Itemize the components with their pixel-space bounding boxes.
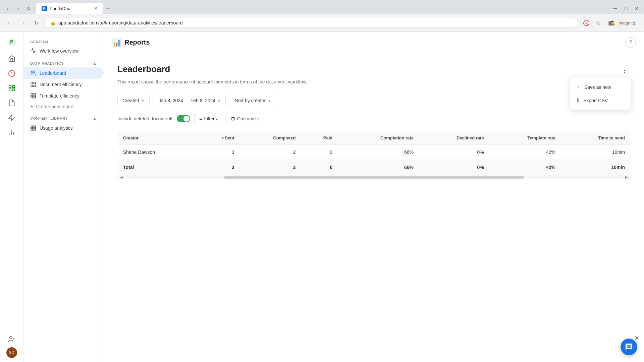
- save-as-new-icon: ＋: [576, 83, 581, 90]
- leaderboard-icon: [30, 70, 36, 76]
- general-section-title: GENERAL: [23, 37, 104, 45]
- toggle-track: [177, 115, 190, 122]
- cell-total-declined-rate: 0%: [419, 160, 489, 175]
- user-avatar[interactable]: SD: [6, 347, 17, 358]
- workflow-icon: [30, 48, 36, 54]
- scroll-thumb[interactable]: [224, 176, 524, 179]
- customize-label: Customize: [237, 116, 259, 121]
- create-new-report-btn[interactable]: + Create new report: [23, 102, 104, 112]
- cell-total-time-to-send: 10min: [561, 160, 631, 175]
- app-container: P SD GENERAL Workflow overvi: [0, 32, 644, 362]
- rail-automations-icon[interactable]: [5, 111, 18, 124]
- svg-rect-26: [31, 129, 33, 130]
- sort-chevron-icon: ▼: [268, 99, 271, 103]
- tab-close-btn[interactable]: ✕: [94, 6, 98, 11]
- dropdown-menu: ＋ Save as new ⬇ Export CSV: [570, 77, 631, 110]
- table-header-row: Creator ▾ Sent Completed Paid: [118, 131, 631, 145]
- svg-rect-21: [34, 97, 36, 98]
- extensions-btn[interactable]: ⋮: [629, 17, 640, 28]
- page-description: This report shows the performance of acc…: [117, 78, 319, 85]
- col-creator: Creator: [118, 131, 197, 145]
- deleted-docs-toggle-label: Include deleted documents: [117, 115, 190, 122]
- page-title: Leaderboard: [117, 64, 631, 74]
- logo-icon: P: [7, 37, 16, 47]
- save-as-new-label: Save as new: [584, 84, 611, 90]
- rail-add-member-icon[interactable]: [5, 333, 18, 346]
- date-chevron-icon: ▼: [217, 99, 221, 103]
- svg-rect-23: [31, 126, 33, 127]
- sidebar-item-usage-analytics[interactable]: Usage analytics: [23, 122, 104, 134]
- star-icon[interactable]: ☆: [593, 17, 604, 28]
- table-row: Shane Dawson 3 2 0 66% 0% 42% 10min: [118, 145, 631, 160]
- content-library-title: CONTENT LIBRARY: [30, 116, 68, 120]
- col-paid: Paid: [301, 131, 338, 145]
- rail-home-icon[interactable]: [5, 52, 18, 65]
- save-as-new-item[interactable]: ＋ Save as new: [570, 80, 631, 94]
- scroll-right-arrow[interactable]: ▶: [624, 175, 629, 179]
- tab-label: PandaDoc: [50, 6, 70, 11]
- chat-close-btn[interactable]: ✕: [634, 335, 639, 342]
- svg-rect-17: [34, 85, 36, 87]
- customize-btn[interactable]: ⊞ Customize: [226, 113, 264, 124]
- export-csv-item[interactable]: ⬇ Export CSV: [570, 94, 631, 107]
- sort-by-creator-btn[interactable]: Sort by creator ▼: [230, 95, 276, 106]
- address-bar[interactable]: 🔒 app.pandadoc.com/a/#/reporting/data-an…: [44, 18, 578, 28]
- rail-notifications-icon[interactable]: [5, 67, 18, 80]
- plus-icon: +: [30, 104, 33, 110]
- filters-btn[interactable]: ≡ Filters: [194, 113, 222, 124]
- left-rail: P SD: [0, 32, 23, 362]
- more-options-btn[interactable]: ⋮: [619, 64, 631, 76]
- data-analytics-section-header: DATA ANALYTICS ▲: [23, 57, 104, 67]
- minimize-btn[interactable]: ─: [610, 4, 620, 13]
- active-tab[interactable]: P PandaDoc ✕: [36, 3, 103, 14]
- cell-creator: Shane Dawson: [118, 145, 197, 160]
- col-declined-rate: Declined rate: [419, 131, 489, 145]
- reload-btn[interactable]: ↻: [24, 4, 34, 13]
- incognito-btn[interactable]: 🕵 Incognito: [617, 17, 628, 28]
- cell-time-to-send: 10min: [561, 145, 631, 160]
- svg-point-14: [32, 71, 34, 73]
- cell-total-label: Total: [118, 160, 197, 175]
- cell-total-completed: 2: [239, 160, 301, 175]
- col-completed: Completed: [239, 131, 301, 145]
- sidebar-item-template-efficiency[interactable]: Template efficiency: [23, 90, 104, 102]
- sidebar: GENERAL Workflow overview DATA ANALYTICS…: [23, 32, 104, 362]
- nav-reload-btn[interactable]: ↻: [31, 17, 42, 28]
- svg-rect-6: [9, 89, 11, 91]
- sidebar-item-workflow-overview[interactable]: Workflow overview: [23, 45, 104, 57]
- rail-documents-icon[interactable]: [5, 96, 18, 110]
- data-analytics-title: DATA ANALYTICS: [30, 61, 64, 65]
- cell-completed: 2: [239, 145, 301, 160]
- cell-total-paid: 0: [301, 160, 338, 175]
- forward-btn[interactable]: ›: [13, 4, 23, 13]
- library-collapse-btn[interactable]: ▲: [92, 116, 97, 121]
- filter-created-btn[interactable]: Created ▼: [117, 95, 150, 106]
- date-range-btn[interactable]: Jan 8, 2024 — Feb 8, 2024 ▼: [154, 95, 226, 106]
- maximize-btn[interactable]: □: [621, 4, 631, 13]
- back-btn[interactable]: ‹: [3, 4, 12, 13]
- doc-efficiency-icon: [30, 81, 36, 87]
- filters-icon: ≡: [199, 116, 202, 121]
- col-sent[interactable]: ▾ Sent: [197, 131, 240, 145]
- eye-slash-icon[interactable]: 🚫: [581, 17, 592, 28]
- rail-analytics-icon[interactable]: [5, 126, 18, 139]
- scroll-left-arrow[interactable]: ◀: [119, 175, 124, 179]
- svg-marker-7: [9, 115, 14, 121]
- main-body: ⋮ ＋ Save as new ⬇ Export CSV Leaderboard…: [104, 53, 644, 362]
- table-scrollbar[interactable]: ◀ ▶: [117, 175, 631, 179]
- reports-header-title: Reports: [124, 39, 150, 46]
- sidebar-item-leaderboard[interactable]: Leaderboard: [23, 67, 104, 79]
- cell-total-template-rate: 42%: [489, 160, 561, 175]
- rail-reports-icon[interactable]: [5, 81, 18, 95]
- new-tab-btn[interactable]: +: [103, 5, 113, 12]
- nav-forward-btn[interactable]: →: [17, 17, 28, 28]
- deleted-docs-toggle[interactable]: [177, 115, 190, 122]
- browser-chrome: ‹ › ↻ P PandaDoc ✕ + ─ □ ✕ ← → ↻ 🔒 app.p…: [0, 0, 644, 32]
- chat-icon: [625, 343, 633, 351]
- pandadoc-logo[interactable]: P: [6, 36, 18, 48]
- sidebar-item-document-efficiency[interactable]: Document efficiency: [23, 79, 104, 90]
- help-btn[interactable]: ?: [625, 37, 636, 48]
- close-window-btn[interactable]: ✕: [632, 4, 641, 13]
- analytics-collapse-btn[interactable]: ▲: [92, 61, 97, 66]
- nav-back-btn[interactable]: ←: [4, 17, 15, 28]
